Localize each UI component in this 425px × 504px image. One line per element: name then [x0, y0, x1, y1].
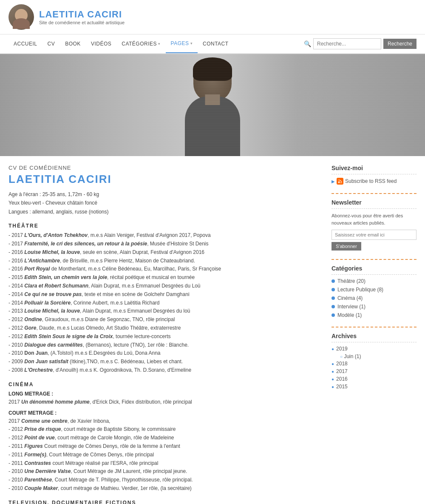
cv-personal-info: Age à l'écran : 25-35 ans, 1,72m - 60 kg…	[8, 190, 319, 216]
category-interview[interactable]: Interview (1)	[332, 304, 416, 310]
search-input[interactable]	[313, 38, 381, 49]
section-cinema-title: CINÉMA	[8, 382, 319, 387]
archive-year-2016-label: 2016	[336, 376, 348, 382]
category-lecture-publique[interactable]: Lecture Publique (8)	[332, 287, 416, 293]
long-metrage-items: 2017 Un dénommé homme plume, d'Erick Dic…	[8, 398, 319, 407]
categories-section: Catégories Théâtre (20) Lecture Publique…	[332, 265, 416, 318]
archives-section: Archives ● 2019 ○ Juin (1) ● 2018 ● 2017	[332, 333, 416, 390]
search-button[interactable]: Recherche	[383, 39, 416, 49]
archive-bullet-icon: ●	[332, 377, 334, 382]
cv-languages: Langues : allemand, anglais, russe (noti…	[8, 208, 319, 216]
categories-title: Catégories	[332, 265, 416, 275]
rss-icon	[337, 178, 343, 185]
nav-cv[interactable]: CV	[42, 35, 60, 53]
sidebar-divider-1	[332, 193, 416, 194]
newsletter-section: Newsletter Abonnez-vous pour être averti…	[332, 199, 416, 251]
newsletter-subscribe-sidebar-button[interactable]: S'abonner	[332, 242, 361, 251]
newsletter-title: Newsletter	[332, 199, 416, 209]
archive-2018[interactable]: ● 2018	[332, 361, 416, 367]
archive-year-2015-label: 2015	[336, 384, 348, 390]
sidebar-divider-2	[332, 259, 416, 260]
site-subtitle: Site de comédienne et actualité artistiq…	[39, 20, 125, 25]
archive-month-bullet-icon: ○	[340, 354, 343, 359]
category-modele-label: Modèle (1)	[337, 312, 362, 318]
archive-bullet-icon: ●	[332, 384, 334, 389]
category-cinema-label: Cinéma (4)	[337, 295, 363, 301]
newsletter-text: Abonnez-vous pour être averti des nouvea…	[332, 212, 416, 226]
archive-year-2019-label: 2019	[336, 346, 348, 352]
archive-bullet-icon: ●	[332, 369, 334, 374]
archive-2019-juin[interactable]: ○ Juin (1)	[340, 353, 416, 359]
theatre-items: - 2017 L'Ours, d'Anton Tchekhov, m.e.s A…	[8, 231, 319, 375]
court-metrage-items: 2017 Comme une ombre, de Xavier Inbona, …	[8, 417, 319, 493]
archive-year-2017-label: 2017	[336, 368, 348, 374]
newsletter-email-input[interactable]	[332, 230, 416, 240]
search-area: 🔍 Recherche	[304, 38, 416, 49]
cv-eyes: Yeux bleu-vert - Cheveux châtain foncé	[8, 199, 319, 207]
cv-age: Age à l'écran : 25-35 ans, 1,72m - 60 kg	[8, 190, 319, 199]
nav-book[interactable]: BOOK	[60, 35, 86, 53]
sidebar: Suivez-moi ▶ Subscribe to RSS feed Newsl…	[332, 165, 416, 504]
archive-bullet-icon: ●	[332, 362, 334, 366]
category-modele[interactable]: Modèle (1)	[332, 312, 416, 318]
cv-name: LAETITIA CACIRI	[8, 173, 319, 186]
category-theatre[interactable]: Théâtre (20)	[332, 278, 416, 284]
category-bullet	[332, 296, 335, 300]
cv-label: CV DE COMÉDIENNE	[8, 165, 319, 171]
category-interview-label: Interview (1)	[337, 304, 366, 310]
section-tv-title: TELEVISION, DOCUMENTAIRE FICTIONS	[8, 500, 319, 504]
chevron-down-icon: ▾	[158, 42, 161, 46]
suivez-section: Suivez-moi ▶ Subscribe to RSS feed	[332, 165, 416, 185]
chevron-down-icon: ▾	[190, 41, 193, 46]
rss-link[interactable]: ▶ Subscribe to RSS feed	[332, 178, 416, 185]
archive-2015[interactable]: ● 2015	[332, 384, 416, 390]
category-bullet	[332, 313, 335, 317]
cv-header: CV DE COMÉDIENNE LAETITIA CACIRI	[8, 165, 319, 186]
archive-bullet-icon: ●	[332, 347, 334, 351]
category-bullet	[332, 288, 335, 291]
nav-categories[interactable]: CATÉGORIES ▾	[116, 35, 165, 53]
nav-pages[interactable]: PAGES ▾	[166, 34, 198, 53]
long-metrage-label: LONG METRAGE :	[8, 391, 319, 397]
section-theatre-title: THÉÂTRE	[8, 223, 319, 229]
archive-2019[interactable]: ● 2019	[332, 346, 416, 352]
header-title-block: LAETITIA CACIRI Site de comédienne et ac…	[39, 9, 125, 25]
archives-title: Archives	[332, 333, 416, 342]
avatar	[8, 4, 34, 30]
search-icon: 🔍	[304, 40, 311, 47]
suivez-title: Suivez-moi	[332, 165, 416, 174]
arrow-icon: ▶	[332, 179, 335, 184]
category-cinema[interactable]: Cinéma (4)	[332, 295, 416, 301]
nav-accueil[interactable]: ACCUEIL	[8, 35, 42, 53]
category-bullet	[332, 305, 335, 308]
main-content: CV DE COMÉDIENNE LAETITIA CACIRI Age à l…	[0, 156, 425, 504]
nav: ACCUEIL CV BOOK VIDÉOS CATÉGORIES ▾ PAGE…	[0, 34, 425, 54]
hero-image	[0, 54, 425, 156]
category-theatre-label: Théâtre (20)	[337, 278, 366, 284]
site-title[interactable]: LAETITIA CACIRI	[39, 9, 125, 20]
archive-2016[interactable]: ● 2016	[332, 376, 416, 382]
rss-label: Subscribe to RSS feed	[345, 178, 397, 184]
content-area: CV DE COMÉDIENNE LAETITIA CACIRI Age à l…	[8, 165, 332, 504]
category-bullet	[332, 279, 335, 283]
nav-videos[interactable]: VIDÉOS	[86, 35, 116, 53]
archive-2017[interactable]: ● 2017	[332, 368, 416, 374]
svg-point-0	[338, 182, 340, 183]
archive-year-2018-label: 2018	[336, 361, 348, 367]
sidebar-divider-3	[332, 327, 416, 327]
nav-contact[interactable]: CONTACT	[198, 35, 234, 53]
category-lecture-label: Lecture Publique (8)	[337, 287, 383, 293]
court-metrage-label: COURT METRAGE :	[8, 410, 319, 416]
